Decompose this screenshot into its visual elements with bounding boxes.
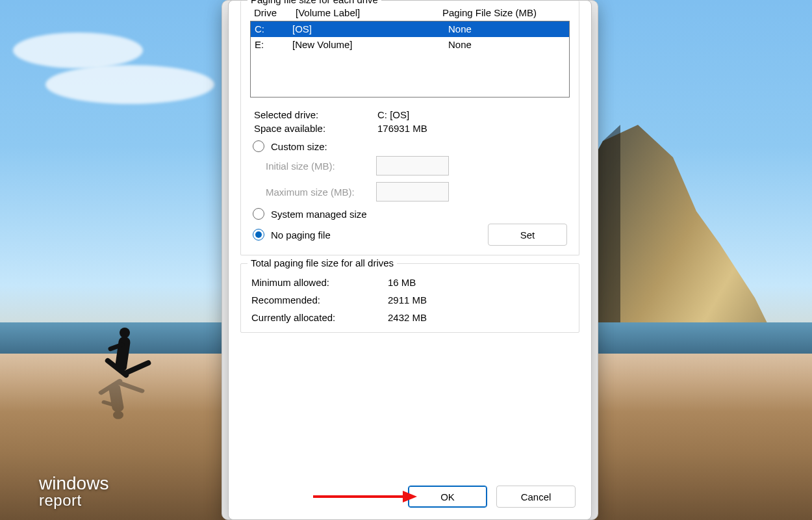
ok-button[interactable]: OK [408,486,487,508]
radio-custom-size[interactable]: Custom size: [253,140,570,152]
virtual-memory-dialog: Paging file size for each drive Drive [V… [228,0,592,520]
custom-size-fields: Initial size (MB): Maximum size (MB): [266,156,570,202]
maximum-size-input[interactable] [376,182,449,202]
maximum-size-label: Maximum size (MB): [266,187,376,198]
drive-list-header: Drive [Volume Label] Paging File Size (M… [250,3,570,21]
radio-custom-input[interactable] [253,140,264,152]
drive-listbox[interactable]: C: [OS] None E: [New Volume] None [250,21,570,98]
totals-group: Total paging file size for all drives Mi… [240,263,579,333]
cancel-button[interactable]: Cancel [496,486,576,508]
set-button[interactable]: Set [488,224,567,246]
initial-size-label: Initial size (MB): [266,161,376,172]
drive-row-e[interactable]: E: [New Volume] None [251,37,569,53]
selected-drive-info: Selected drive: C: [OS] Space available:… [254,109,570,134]
drive-row-c[interactable]: C: [OS] None [251,21,569,37]
radio-no-paging[interactable]: No paging file [253,229,331,240]
group-title: Paging file size for each drive [247,0,381,5]
drive-paging-group: Paging file size for each drive Drive [V… [240,1,579,255]
radio-none-input[interactable] [253,229,264,240]
dialog-button-row: OK Cancel [229,486,591,508]
watermark-logo: windowsreport [39,474,108,508]
initial-size-input[interactable] [376,156,449,176]
radio-system-managed[interactable]: System managed size [253,208,570,220]
radio-system-input[interactable] [253,208,264,220]
